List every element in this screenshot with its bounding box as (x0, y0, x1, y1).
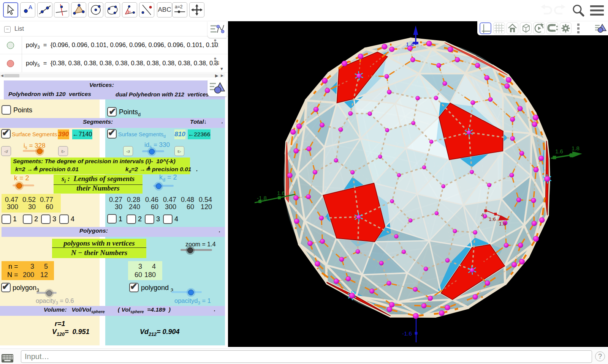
svg-text:1.6: 1.6 (489, 216, 496, 222)
svg-text:-1.8: -1.8 (257, 195, 267, 201)
svg-text:1.6: 1.6 (277, 190, 285, 196)
svg-text:1.8: 1.8 (499, 221, 506, 227)
svg-text:α: α (129, 9, 131, 13)
svg-text:1.6: 1.6 (555, 148, 563, 154)
svg-text:-1.6: -1.6 (402, 330, 412, 337)
svg-text:1.8: 1.8 (572, 145, 580, 151)
svg-text:1.4: 1.4 (406, 41, 414, 47)
svg-text:4: 4 (481, 212, 484, 218)
svg-text:A: A (28, 4, 32, 10)
svg-text:a=2: a=2 (175, 4, 183, 9)
